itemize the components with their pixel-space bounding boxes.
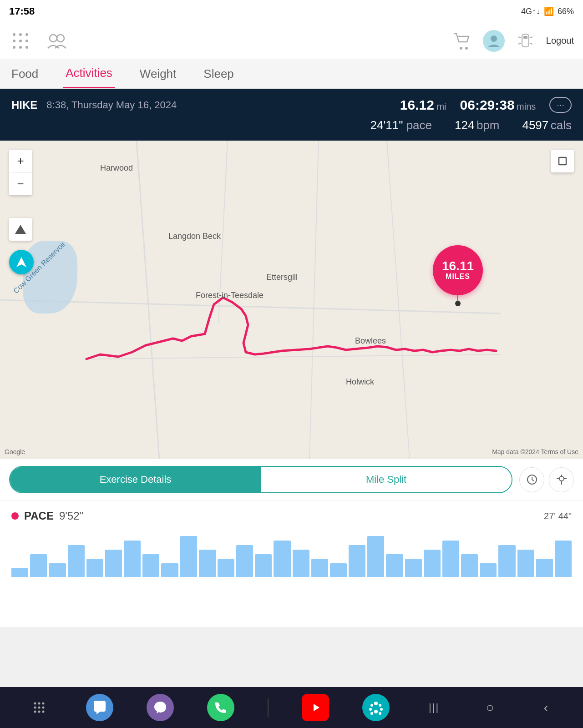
fitbit-app-icon[interactable] xyxy=(362,694,390,721)
chart-bar xyxy=(367,536,384,577)
miles-bubble: 16.11 MILES xyxy=(433,245,483,295)
calories-stat: 4597 cals xyxy=(522,118,572,132)
svg-point-0 xyxy=(13,33,15,36)
bpm-value: 124 xyxy=(455,118,474,132)
svg-line-18 xyxy=(530,37,532,38)
chart-bar xyxy=(105,550,122,577)
chart-bar xyxy=(124,541,141,577)
svg-point-34 xyxy=(34,707,36,709)
activity-type: HIKE xyxy=(11,99,37,111)
svg-point-42 xyxy=(379,704,381,707)
svg-point-48 xyxy=(370,704,373,707)
pace-label: PACE xyxy=(24,510,54,522)
miles-unit: MILES xyxy=(446,273,470,281)
bpm-stat: 124 bpm xyxy=(455,118,499,132)
phone-app-icon[interactable] xyxy=(207,694,234,721)
chart-bar xyxy=(218,559,234,577)
chart-bar xyxy=(386,554,403,577)
svg-point-2 xyxy=(25,33,28,36)
home-button[interactable]: ○ xyxy=(479,696,502,719)
chart-bar xyxy=(30,554,47,577)
tab-sleep[interactable]: Sleep xyxy=(201,59,236,88)
app-grid-icon[interactable] xyxy=(25,694,53,721)
miles-marker: 16.11 MILES xyxy=(433,245,483,306)
chart-bar xyxy=(330,563,347,577)
zoom-out-button[interactable]: − xyxy=(9,172,32,195)
chart-bar xyxy=(274,541,290,577)
user-icon[interactable] xyxy=(482,30,505,52)
cart-icon[interactable] xyxy=(451,30,473,52)
chart-bar xyxy=(49,563,66,577)
chart-bar xyxy=(480,563,497,577)
locate-button[interactable] xyxy=(9,250,34,274)
chat-app-icon[interactable] xyxy=(86,694,113,721)
chart-bar xyxy=(498,545,515,577)
svg-line-20 xyxy=(137,141,159,459)
calories-unit: cals xyxy=(551,118,572,132)
svg-point-38 xyxy=(38,711,41,713)
svg-point-46 xyxy=(370,712,373,715)
svg-point-7 xyxy=(19,46,22,49)
svg-point-9 xyxy=(50,35,57,42)
svg-point-43 xyxy=(380,708,383,711)
tab-activities[interactable]: Activities xyxy=(63,59,115,88)
zoom-in-button[interactable]: + xyxy=(9,150,32,172)
tab-weight[interactable]: Weight xyxy=(137,59,178,88)
watch-icon[interactable] xyxy=(514,30,537,52)
svg-marker-26 xyxy=(15,225,26,234)
svg-point-37 xyxy=(34,711,36,713)
chart-bar xyxy=(311,559,328,577)
svg-point-36 xyxy=(42,707,45,709)
chart-area xyxy=(0,531,583,586)
exercise-tab-row: Exercise Details Mile Split xyxy=(0,459,583,500)
svg-point-4 xyxy=(19,40,22,42)
top-nav: Logout xyxy=(0,23,583,59)
chart-bar xyxy=(236,545,253,577)
chart-bar xyxy=(536,559,553,577)
chart-bar xyxy=(405,559,422,577)
activity-date: 8:38, Thursday May 16, 2024 xyxy=(46,99,177,111)
svg-line-24 xyxy=(387,141,410,459)
svg-line-22 xyxy=(218,141,228,323)
svg-line-19 xyxy=(530,43,532,44)
svg-point-39 xyxy=(42,711,45,713)
chart-bar xyxy=(86,559,103,577)
svg-point-35 xyxy=(38,707,41,709)
back-button[interactable]: ‹ xyxy=(534,696,557,719)
chart-bar xyxy=(442,541,459,577)
status-time: 17:58 xyxy=(9,5,35,17)
exercise-tab-group: Exercise Details Mile Split xyxy=(9,466,512,493)
logout-button[interactable]: Logout xyxy=(546,35,574,46)
svg-point-31 xyxy=(34,703,36,705)
logo-icon[interactable] xyxy=(9,30,32,52)
fullscreen-button[interactable] xyxy=(551,150,574,172)
chart-bar xyxy=(461,554,478,577)
mile-split-tab[interactable]: Mile Split xyxy=(261,467,512,492)
tab-food[interactable]: Food xyxy=(9,59,41,88)
youtube-app-icon[interactable] xyxy=(302,694,329,721)
map-container[interactable]: Cow Green Reservoir Harwood Langdon Beck… xyxy=(0,141,583,459)
viber-app-icon[interactable] xyxy=(147,694,174,721)
more-button[interactable]: ··· xyxy=(549,97,572,113)
terrain-button[interactable] xyxy=(9,218,32,241)
duration-value: 06:29:38 xyxy=(460,97,515,112)
svg-marker-27 xyxy=(16,257,26,267)
signal-icon: 📶 xyxy=(544,6,554,16)
status-bar: 17:58 4G↑↓ 📶 66% xyxy=(0,0,583,23)
location-icon-button[interactable] xyxy=(549,467,574,492)
chart-bar xyxy=(180,536,197,577)
chart-bar xyxy=(424,550,441,577)
svg-point-44 xyxy=(379,712,381,715)
chart-bar xyxy=(142,554,159,577)
exercise-details-tab[interactable]: Exercise Details xyxy=(10,467,261,492)
svg-point-6 xyxy=(13,46,15,49)
nav-divider xyxy=(268,698,269,717)
svg-line-16 xyxy=(518,37,521,38)
friends-icon[interactable] xyxy=(46,30,68,52)
zoom-controls: + − xyxy=(9,150,32,195)
battery-icon: 66% xyxy=(558,7,574,16)
svg-point-30 xyxy=(559,476,564,481)
history-icon-button[interactable] xyxy=(519,467,544,492)
recent-apps-button[interactable]: ||| xyxy=(423,696,446,719)
svg-rect-15 xyxy=(523,36,527,39)
